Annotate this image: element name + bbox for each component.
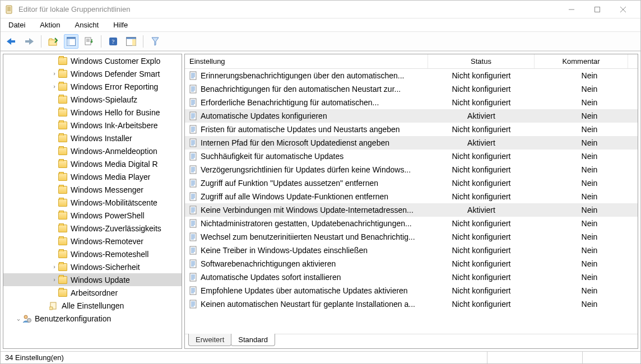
- policy-row[interactable]: Empfohlene Updates über automatische Upd…: [185, 284, 638, 297]
- policy-name-cell: Empfohlene Updates über automatische Upd…: [185, 286, 428, 295]
- tree-item[interactable]: ›Windows Defender Smart: [3, 67, 182, 80]
- app-icon: [5, 5, 14, 14]
- menu-help[interactable]: Hilfe: [111, 20, 130, 30]
- tab-standard[interactable]: Standard: [231, 334, 275, 346]
- svg-rect-19: [91, 39, 92, 42]
- tree-item[interactable]: ›Windows-Sicherheit: [3, 260, 182, 273]
- folder-icon: [58, 276, 67, 284]
- minimize-button[interactable]: [559, 1, 584, 18]
- tree-item[interactable]: Windows-Remoteshell: [3, 248, 182, 260]
- policy-row[interactable]: Automatische Updates sofort installieren…: [185, 270, 638, 284]
- policy-row[interactable]: Wechsel zum benutzerinitiierten Neustart…: [185, 230, 638, 244]
- expander-icon[interactable]: ›: [50, 83, 58, 90]
- folder-icon: [58, 263, 67, 271]
- show-tree-button[interactable]: [64, 34, 78, 49]
- policy-icon: [189, 165, 197, 174]
- policy-name-cell: Erforderliche Benachrichtigung für autom…: [185, 98, 428, 107]
- maximize-button[interactable]: [584, 1, 610, 18]
- policy-row[interactable]: Verzögerungsrichtlinien für Updates dürf…: [185, 163, 638, 176]
- tree-item[interactable]: Windows Messenger: [3, 183, 182, 196]
- tree-item[interactable]: Windows Media Digital R: [3, 157, 182, 170]
- policy-row[interactable]: Automatische Updates konfigurierenAktivi…: [185, 109, 638, 123]
- policy-name-cell: Zugriff auf Funktion "Updates aussetzen"…: [185, 179, 428, 188]
- policy-icon: [189, 273, 197, 282]
- export-list-button[interactable]: [82, 34, 96, 49]
- tree-item[interactable]: ›Windows Error Reporting: [3, 80, 182, 93]
- policy-row[interactable]: Erinnerungsbenachrichtigungen über den a…: [185, 69, 638, 82]
- policy-name-label: Empfohlene Updates über automatische Upd…: [201, 286, 408, 295]
- tree-item[interactable]: Windows-Zuverlässigkeits: [3, 222, 182, 235]
- tree-item[interactable]: ›Windows Update: [3, 273, 182, 286]
- help-button[interactable]: ?: [106, 34, 120, 49]
- tree-item-label: Windows Media Player: [71, 172, 150, 181]
- tree-item-all-settings[interactable]: Alle Einstellungen: [3, 299, 182, 312]
- tree-item[interactable]: Windows-Remotever: [3, 235, 182, 248]
- policy-status-cell: Nicht konfiguriert: [428, 165, 535, 174]
- col-header-setting[interactable]: Einstellung: [185, 54, 428, 68]
- tree-item[interactable]: Windows PowerShell: [3, 209, 182, 222]
- folder-icon: [58, 237, 67, 245]
- policy-name-cell: Suchhäufigkeit für automatische Updates: [185, 152, 428, 161]
- close-button[interactable]: [610, 1, 636, 18]
- policy-status-cell: Nicht konfiguriert: [428, 125, 535, 134]
- tree-item[interactable]: Windows Ink-Arbeitsbere: [3, 119, 182, 132]
- tree-item[interactable]: Windows-Spielaufz: [3, 93, 182, 106]
- folder-icon: [58, 147, 67, 155]
- col-header-comment[interactable]: Kommentar: [535, 54, 628, 68]
- policy-status-cell: Nicht konfiguriert: [428, 179, 535, 188]
- tab-extended[interactable]: Erweitert: [188, 334, 231, 346]
- policy-row[interactable]: Keinen automatischen Neustart für geplan…: [185, 297, 638, 311]
- policy-icon: [189, 111, 197, 120]
- tree-item-user-config[interactable]: ⌄Benutzerkonfiguration: [3, 312, 182, 325]
- policy-row[interactable]: Softwarebenachrichtigungen aktivierenNic…: [185, 257, 638, 270]
- policy-name-cell: Wechsel zum benutzerinitiierten Neustart…: [185, 232, 428, 241]
- tree-item[interactable]: Windows-Mobilitätscente: [3, 196, 182, 209]
- policy-name-label: Nichtadministratoren gestatten, Updatebe…: [201, 219, 412, 228]
- settings-list[interactable]: Erinnerungsbenachrichtigungen über den a…: [185, 69, 638, 334]
- preview-button[interactable]: [124, 34, 138, 49]
- menu-action[interactable]: Aktion: [38, 20, 62, 30]
- expander-icon[interactable]: ›: [50, 277, 58, 283]
- policy-comment-cell: Nein: [535, 85, 638, 94]
- policy-row[interactable]: Zugriff auf alle Windows Update-Funktion…: [185, 190, 638, 203]
- tree-item[interactable]: Arbeitsordner: [3, 286, 182, 299]
- policy-status-cell: Nicht konfiguriert: [428, 273, 535, 282]
- tree-item[interactable]: Windows Installer: [3, 132, 182, 144]
- tree-item[interactable]: Windows Media Player: [3, 170, 182, 183]
- policy-row[interactable]: Suchhäufigkeit für automatische UpdatesN…: [185, 150, 638, 163]
- tree-item[interactable]: Windows-Anmeldeoption: [3, 144, 182, 157]
- policy-row[interactable]: Internen Pfad für den Microsoft Updatedi…: [185, 136, 638, 150]
- policy-status-cell: Aktiviert: [428, 138, 535, 147]
- policy-row[interactable]: Nichtadministratoren gestatten, Updatebe…: [185, 217, 638, 230]
- policy-name-label: Automatische Updates sofort installieren: [201, 273, 341, 282]
- policy-icon: [189, 246, 197, 255]
- policy-comment-cell: Nein: [535, 71, 638, 80]
- policy-row[interactable]: Keine Verbindungen mit Windows Update-In…: [185, 203, 638, 217]
- policy-comment-cell: Nein: [535, 111, 638, 120]
- forward-button[interactable]: [22, 34, 36, 49]
- toolbar: ?: [1, 32, 640, 51]
- policy-row[interactable]: Zugriff auf Funktion "Updates aussetzen"…: [185, 176, 638, 190]
- policy-comment-cell: Nein: [535, 300, 638, 309]
- tree-item-label: Windows-Spielaufz: [71, 95, 137, 104]
- expander-icon[interactable]: ›: [50, 264, 58, 270]
- tree-item[interactable]: Windows Customer Explo: [3, 54, 182, 67]
- policy-status-cell: Nicht konfiguriert: [428, 286, 535, 295]
- tree-view[interactable]: Windows Customer Explo›Windows Defender …: [3, 54, 182, 348]
- up-level-button[interactable]: [46, 34, 61, 49]
- expander-icon[interactable]: ⌄: [15, 315, 22, 321]
- policy-name-label: Keine Verbindungen mit Windows Update-In…: [201, 206, 414, 214]
- folder-icon: [58, 134, 67, 142]
- filter-button[interactable]: [148, 34, 162, 49]
- policy-row[interactable]: Keine Treiber in Windows-Updates einschl…: [185, 244, 638, 257]
- tree-item[interactable]: Windows Hello for Busine: [3, 106, 182, 119]
- back-button[interactable]: [4, 34, 18, 49]
- tree-item-label: Windows Ink-Arbeitsbere: [71, 121, 158, 130]
- menu-view[interactable]: Ansicht: [73, 20, 101, 30]
- policy-row[interactable]: Benachrichtigungen für den automatischen…: [185, 82, 638, 96]
- policy-row[interactable]: Erforderliche Benachrichtigung für autom…: [185, 96, 638, 109]
- menu-file[interactable]: Datei: [6, 20, 27, 30]
- expander-icon[interactable]: ›: [50, 71, 58, 77]
- col-header-status[interactable]: Status: [428, 54, 535, 68]
- policy-row[interactable]: Fristen für automatische Updates und Neu…: [185, 123, 638, 136]
